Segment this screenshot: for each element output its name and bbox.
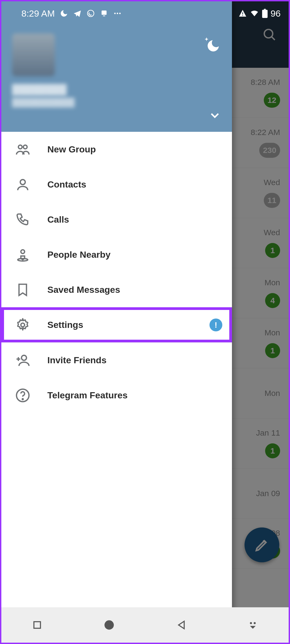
avatar[interactable]: [12, 33, 55, 76]
account-name: ████████: [12, 84, 221, 95]
svg-point-25: [106, 622, 112, 628]
add-user-icon: [15, 353, 37, 368]
svg-rect-14: [101, 10, 106, 15]
menu-item-calls[interactable]: Calls: [1, 202, 232, 237]
system-navigation-bar: [1, 607, 289, 643]
menu-label: Invite Friends: [47, 355, 106, 365]
wifi-icon: [250, 9, 259, 18]
telegram-icon: [73, 9, 82, 18]
notification-icon: [100, 9, 108, 18]
svg-point-13: [87, 10, 94, 17]
chevron-down-icon[interactable]: [209, 109, 221, 121]
svg-point-8: [21, 355, 26, 360]
svg-point-7: [21, 323, 25, 327]
moon-icon: [60, 9, 68, 18]
menu-item-settings[interactable]: Settings !: [1, 307, 232, 342]
svg-rect-21: [262, 10, 268, 18]
menu-item-contacts[interactable]: Contacts: [1, 167, 232, 202]
menu-label: Saved Messages: [47, 284, 120, 295]
more-icon: [113, 9, 122, 18]
ime-switch-button[interactable]: [247, 619, 258, 631]
account-phone: ███████████: [12, 98, 221, 107]
status-time: 8:29 AM: [21, 8, 55, 19]
whatsapp-icon: [86, 9, 95, 18]
gear-icon: [15, 317, 37, 332]
battery-percent: 96: [270, 8, 281, 19]
svg-rect-15: [103, 16, 105, 16]
recents-button[interactable]: [32, 619, 43, 631]
phone-icon: [15, 212, 37, 227]
svg-point-12: [22, 399, 23, 400]
help-icon: [15, 388, 37, 403]
battery-icon: [262, 9, 268, 18]
svg-rect-20: [242, 15, 243, 16]
group-icon: [15, 142, 37, 157]
svg-point-17: [117, 13, 118, 14]
menu-item-invite-friends[interactable]: Invite Friends: [1, 343, 232, 378]
svg-rect-19: [242, 12, 243, 14]
svg-point-26: [250, 622, 252, 624]
drawer-menu: New Group Contacts Calls People Nearby: [1, 132, 232, 643]
svg-point-16: [114, 13, 116, 14]
contact-icon: [15, 177, 37, 192]
status-bar: 8:29 AM 96: [1, 1, 289, 25]
menu-item-saved-messages[interactable]: Saved Messages: [1, 272, 232, 307]
night-mode-icon[interactable]: [206, 38, 221, 53]
menu-label: Telegram Features: [47, 390, 128, 400]
warning-icon: [238, 9, 247, 18]
navigation-drawer: ████████ ███████████ New Group: [1, 1, 232, 643]
svg-rect-23: [34, 622, 41, 628]
svg-point-5: [21, 250, 25, 253]
svg-rect-22: [264, 9, 266, 10]
svg-point-27: [254, 622, 256, 624]
settings-alert-badge: !: [209, 319, 222, 331]
menu-item-telegram-features[interactable]: Telegram Features: [1, 378, 232, 413]
menu-label: People Nearby: [47, 249, 110, 260]
menu-item-people-nearby[interactable]: People Nearby: [1, 237, 232, 272]
people-nearby-icon: [15, 247, 37, 262]
menu-label: Calls: [47, 214, 69, 225]
svg-point-4: [20, 179, 25, 185]
svg-point-3: [23, 145, 27, 149]
menu-label: Contacts: [47, 179, 86, 190]
svg-point-18: [119, 13, 120, 14]
menu-item-new-group[interactable]: New Group: [1, 132, 232, 167]
bookmark-icon: [15, 282, 37, 297]
back-button[interactable]: [176, 619, 187, 631]
menu-label: Settings: [47, 320, 83, 330]
svg-point-2: [18, 145, 22, 149]
menu-label: New Group: [47, 144, 96, 155]
home-button[interactable]: [103, 619, 115, 631]
